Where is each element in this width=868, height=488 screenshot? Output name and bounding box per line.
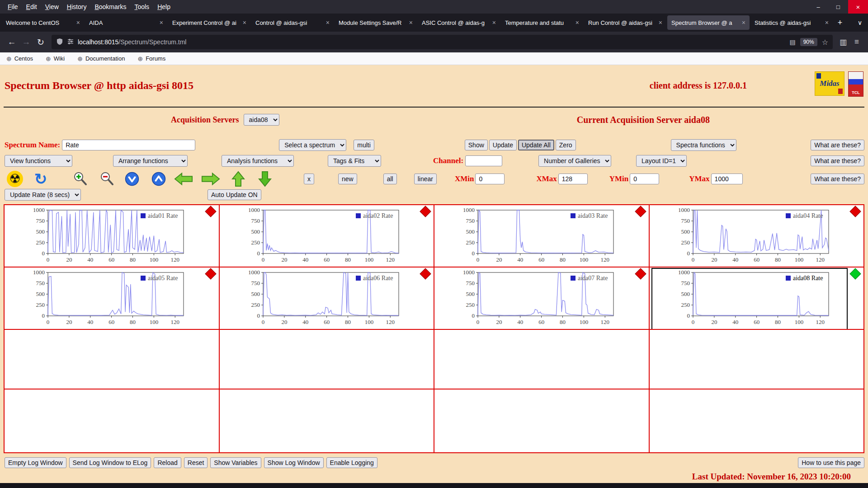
spectrum-chart[interactable]: 02505007501000020406080100120aida08 Rate	[651, 268, 848, 329]
update-all-button[interactable]: Update All	[518, 140, 554, 150]
what-are-these-button-2[interactable]: What are these?	[811, 155, 864, 166]
tab-control[interactable]: Control @ aidas-gsi×	[251, 15, 334, 30]
spectrum-chart[interactable]: 02505007501000020406080100120aida05 Rate	[6, 268, 203, 329]
bookmark-centos[interactable]: ⊕Centos	[6, 55, 33, 62]
spectrum-chart[interactable]: 02505007501000020406080100120aida02 Rate	[222, 206, 418, 267]
update-button[interactable]: Update	[489, 140, 517, 150]
reload-icon[interactable]: ↻	[33, 35, 48, 49]
gallery-cell-aida04[interactable]: 02505007501000020406080100120aida04 Rate	[650, 205, 864, 267]
new-button[interactable]: new	[338, 174, 357, 184]
update-rate-dropdown[interactable]: Update Rate (8 secs)	[5, 189, 81, 201]
tab-close-icon[interactable]: ×	[76, 19, 80, 26]
what-are-these-button-3[interactable]: What are these?	[811, 174, 864, 184]
bookmark-forums[interactable]: ⊕Forums	[137, 55, 165, 62]
status-diamond-icon[interactable]	[849, 206, 861, 217]
gallery-cell-aida03[interactable]: 02505007501000020406080100120aida03 Rate	[434, 205, 649, 267]
xmin-input[interactable]	[475, 174, 505, 184]
zoom-level-badge[interactable]: 90%	[800, 38, 817, 46]
enable-logging-button[interactable]: Enable Logging	[326, 457, 377, 468]
number-of-galleries-dropdown[interactable]: Number of Galleries	[538, 155, 611, 167]
xmax-input[interactable]	[558, 174, 588, 184]
menu-history[interactable]: History	[63, 3, 91, 10]
gallery-cell-aida01[interactable]: 02505007501000020406080100120aida01 Rate	[5, 205, 219, 267]
spectrum-chart[interactable]: 02505007501000020406080100120aida01 Rate	[6, 206, 203, 267]
reload-button[interactable]: Reload	[154, 457, 181, 468]
show-log-window-button[interactable]: Show Log Window	[264, 457, 324, 468]
maximize-icon[interactable]: □	[828, 0, 848, 14]
status-diamond-icon[interactable]	[205, 206, 216, 217]
url-bar[interactable]: localhost:8015/Spectrum/Spectrum.tml ▤ 9…	[52, 35, 833, 49]
view-functions-dropdown[interactable]: View functions	[5, 155, 72, 167]
shift-up-circle-icon[interactable]	[149, 170, 168, 188]
zoom-in-icon[interactable]	[71, 170, 90, 188]
linear-button[interactable]: linear	[414, 174, 437, 184]
tab-close-icon[interactable]: ×	[742, 19, 745, 26]
menu-bookmarks[interactable]: Bookmarks	[90, 3, 130, 10]
zero-button[interactable]: Zero	[556, 140, 576, 150]
tags-fits-dropdown[interactable]: Tags & Fits	[328, 155, 381, 167]
reader-mode-icon[interactable]: ▤	[789, 38, 795, 46]
gallery-cell-aida05[interactable]: 02505007501000020406080100120aida05 Rate	[5, 267, 219, 329]
spectrum-chart[interactable]: 02505007501000020406080100120aida06 Rate	[222, 268, 418, 329]
tab-temperature-status[interactable]: Temperature and statu×	[501, 15, 583, 30]
spectrum-chart[interactable]: 02505007501000020406080100120aida07 Rate	[436, 268, 632, 329]
spectra-functions-dropdown[interactable]: Spectra functions	[671, 139, 736, 151]
menu-edit[interactable]: Edit	[22, 3, 41, 10]
multi-button[interactable]: multi	[354, 140, 374, 150]
tab-module-settings[interactable]: Module Settings Save/R×	[335, 15, 417, 30]
tab-close-icon[interactable]: ×	[576, 19, 579, 26]
tab-close-icon[interactable]: ×	[659, 19, 662, 26]
tab-statistics[interactable]: Statistics @ aidas-gsi×	[750, 15, 833, 30]
send-log-window-button[interactable]: Send Log Window to ELog	[69, 457, 151, 468]
bookmark-star-icon[interactable]: ☆	[822, 38, 828, 47]
forward-icon[interactable]: →	[19, 35, 33, 49]
tab-close-icon[interactable]: ×	[409, 19, 413, 26]
acquisition-server-select[interactable]: aida08	[244, 114, 279, 126]
status-diamond-icon[interactable]	[635, 206, 646, 217]
app-menu-icon[interactable]: ≡	[850, 38, 863, 47]
tab-close-icon[interactable]: ×	[160, 19, 163, 26]
gallery-cell-aida08[interactable]: 02505007501000020406080100120aida08 Rate	[650, 267, 864, 329]
tab-run-control[interactable]: Run Control @ aidas-gsi×	[584, 15, 666, 30]
menu-tools[interactable]: Tools	[130, 3, 153, 10]
bookmark-wiki[interactable]: ⊕Wiki	[46, 55, 65, 62]
spectrum-chart[interactable]: 02505007501000020406080100120aida03 Rate	[436, 206, 632, 267]
tab-experiment-control[interactable]: Experiment Control @ ai×	[168, 15, 250, 30]
arrow-up-icon[interactable]	[229, 170, 248, 188]
arrow-right-icon[interactable]	[201, 170, 220, 188]
url-text[interactable]: localhost:8015/Spectrum/Spectrum.tml	[78, 38, 785, 46]
shield-icon[interactable]	[56, 38, 63, 47]
status-diamond-icon[interactable]	[420, 206, 431, 217]
gallery-cell-aida06[interactable]: 02505007501000020406080100120aida06 Rate	[220, 267, 434, 329]
arrow-down-icon[interactable]	[255, 170, 274, 188]
status-diamond-icon[interactable]	[635, 268, 646, 279]
tab-close-icon[interactable]: ×	[243, 19, 246, 26]
how-to-use-button[interactable]: How to use this page	[798, 457, 864, 468]
tab-welcome-centos[interactable]: Welcome to CentOS×	[2, 15, 84, 30]
selected-status-diamond-icon[interactable]	[849, 268, 861, 279]
menu-file[interactable]: File	[4, 3, 22, 10]
shift-down-circle-icon[interactable]	[123, 170, 142, 188]
arrow-left-icon[interactable]	[174, 170, 193, 188]
ymax-input[interactable]	[711, 174, 743, 184]
tab-asic-control[interactable]: ASIC Control @ aidas-g×	[418, 15, 500, 30]
back-icon[interactable]: ←	[5, 35, 19, 49]
reset-button[interactable]: Reset	[184, 457, 208, 468]
what-are-these-button-1[interactable]: What are these?	[811, 140, 864, 150]
select-spectrum-dropdown[interactable]: Select a spectrum	[279, 139, 346, 151]
show-button[interactable]: Show	[465, 140, 488, 150]
bookmark-documentation[interactable]: ⊕Documentation	[77, 55, 125, 62]
minimize-icon[interactable]: –	[808, 0, 828, 14]
spectrum-name-input[interactable]	[62, 140, 195, 150]
tab-aida[interactable]: AIDA×	[85, 15, 167, 30]
ymin-input[interactable]	[630, 174, 659, 184]
status-diamond-icon[interactable]	[420, 268, 431, 279]
tab-close-icon[interactable]: ×	[326, 19, 330, 26]
all-button[interactable]: all	[383, 174, 397, 184]
menu-view[interactable]: View	[41, 3, 63, 10]
analysis-functions-dropdown[interactable]: Analysis functions	[222, 155, 294, 167]
zoom-out-icon[interactable]	[98, 170, 117, 188]
layout-id-dropdown[interactable]: Layout ID=1	[636, 155, 687, 167]
refresh-icon[interactable]: ↻	[31, 170, 50, 188]
spectrum-chart[interactable]: 02505007501000020406080100120aida04 Rate	[651, 206, 848, 267]
